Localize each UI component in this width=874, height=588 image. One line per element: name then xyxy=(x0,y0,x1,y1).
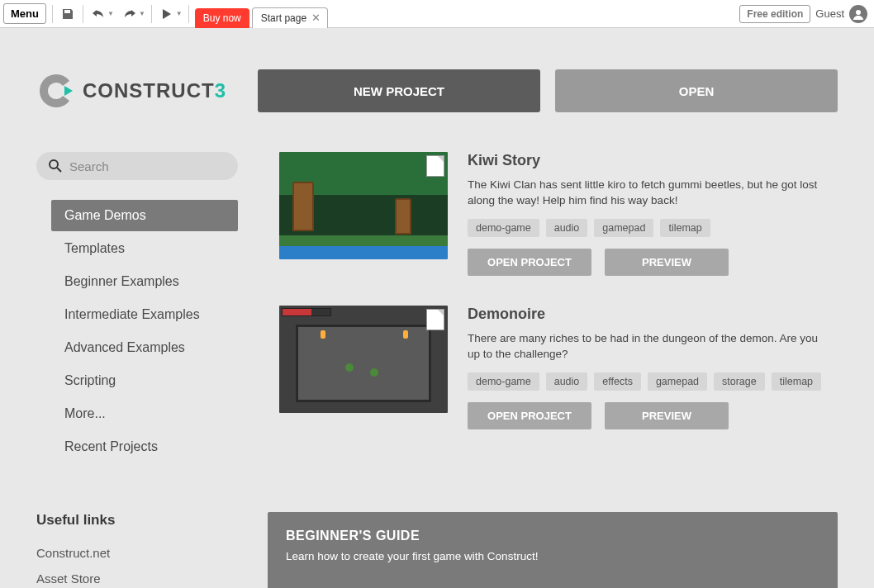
undo-icon xyxy=(92,8,105,20)
save-icon xyxy=(61,7,74,21)
tag[interactable]: audio xyxy=(546,372,588,391)
search-icon xyxy=(48,159,63,173)
preview-button[interactable]: PREVIEW xyxy=(605,249,729,276)
project-thumbnail[interactable] xyxy=(279,306,448,413)
separator xyxy=(188,5,189,23)
redo-icon xyxy=(123,8,136,20)
separator xyxy=(52,5,53,23)
logo: CONSTRUCT3 xyxy=(36,71,243,111)
separator xyxy=(151,5,152,23)
useful-links-heading: Useful links xyxy=(36,512,226,529)
link-construct-net[interactable]: Construct.net xyxy=(36,540,226,566)
document-icon xyxy=(426,155,444,177)
chevron-down-icon[interactable]: ▼ xyxy=(139,10,145,17)
svg-line-2 xyxy=(57,168,61,172)
project-list[interactable]: Kiwi Story The Kiwi Clan has sent little… xyxy=(279,152,838,482)
sidebar-item-recent-projects[interactable]: Recent Projects xyxy=(51,431,238,462)
tag[interactable]: storage xyxy=(714,372,765,391)
tag[interactable]: tilemap xyxy=(772,372,821,391)
open-button[interactable]: OPEN xyxy=(555,69,838,112)
tag[interactable]: demo-game xyxy=(468,372,539,391)
tag-list: demo-game audio gamepad tilemap xyxy=(468,219,831,237)
header-row: CONSTRUCT3 NEW PROJECT OPEN xyxy=(36,69,838,112)
sidebar-item-intermediate-examples[interactable]: Intermediate Examples xyxy=(51,299,238,330)
sidebar-item-scripting[interactable]: Scripting xyxy=(51,365,238,396)
tag[interactable]: effects xyxy=(594,372,641,391)
topbar: Menu ▼ ▼ ▼ Buy now Start page ✕ Free edi… xyxy=(0,0,874,28)
tag[interactable]: tilemap xyxy=(660,219,710,237)
guide-title: BEGINNER'S GUIDE xyxy=(286,529,819,543)
menu-button[interactable]: Menu xyxy=(3,3,46,24)
project-card: Kiwi Story The Kiwi Clan has sent little… xyxy=(279,152,831,276)
svg-point-1 xyxy=(50,160,58,168)
tag-list: demo-game audio effects gamepad storage … xyxy=(468,372,831,391)
open-project-button[interactable]: OPEN PROJECT xyxy=(468,402,591,429)
tag[interactable]: gamepad xyxy=(648,372,707,391)
open-project-button[interactable]: OPEN PROJECT xyxy=(468,249,591,276)
logo-text: CONSTRUCT3 xyxy=(83,79,226,102)
new-project-button[interactable]: NEW PROJECT xyxy=(258,69,540,112)
sidebar: Game Demos Templates Beginner Examples I… xyxy=(36,152,238,482)
close-icon[interactable]: ✕ xyxy=(311,12,321,24)
save-button[interactable] xyxy=(55,2,80,26)
guide-description: Learn how to create your first game with… xyxy=(286,550,819,562)
user-icon xyxy=(853,8,864,20)
tag[interactable]: gamepad xyxy=(594,219,653,237)
chevron-down-icon[interactable]: ▼ xyxy=(176,10,183,17)
user-avatar-button[interactable] xyxy=(849,5,867,23)
main-content[interactable]: CONSTRUCT3 NEW PROJECT OPEN Game Demos T… xyxy=(0,28,874,588)
project-thumbnail[interactable] xyxy=(279,152,448,259)
project-card: Demonoire There are many riches to be ha… xyxy=(279,306,831,429)
free-edition-badge[interactable]: Free edition xyxy=(739,5,810,23)
nav-list: Game Demos Templates Beginner Examples I… xyxy=(36,200,238,462)
tab-start-page[interactable]: Start page ✕ xyxy=(252,7,328,28)
useful-links: Useful links Construct.net Asset Store xyxy=(36,512,226,588)
sidebar-item-game-demos[interactable]: Game Demos xyxy=(51,200,238,231)
preview-button[interactable]: PREVIEW xyxy=(605,402,729,429)
construct-logo-icon xyxy=(36,71,76,111)
search-box[interactable] xyxy=(36,152,238,180)
project-description: The Kiwi Clan has sent little kiro to fe… xyxy=(468,178,831,209)
beginners-guide-card[interactable]: BEGINNER'S GUIDE Learn how to create you… xyxy=(268,512,838,588)
sidebar-item-templates[interactable]: Templates xyxy=(51,233,238,264)
play-icon xyxy=(162,8,172,20)
sidebar-item-more[interactable]: More... xyxy=(51,398,238,429)
tag[interactable]: demo-game xyxy=(468,219,539,237)
document-icon xyxy=(426,309,444,330)
link-asset-store[interactable]: Asset Store xyxy=(36,566,226,588)
sidebar-item-beginner-examples[interactable]: Beginner Examples xyxy=(51,266,238,297)
separator xyxy=(83,5,83,23)
project-description: There are many riches to be had in the d… xyxy=(468,331,831,363)
user-label: Guest xyxy=(815,7,844,20)
project-title: Demonoire xyxy=(468,306,831,323)
project-title: Kiwi Story xyxy=(468,152,831,169)
chevron-down-icon[interactable]: ▼ xyxy=(107,10,114,17)
svg-point-0 xyxy=(856,10,861,15)
sidebar-item-advanced-examples[interactable]: Advanced Examples xyxy=(51,332,238,363)
buy-now-button[interactable]: Buy now xyxy=(195,8,249,28)
tab-label: Start page xyxy=(261,12,306,24)
search-input[interactable] xyxy=(69,159,226,173)
tag[interactable]: audio xyxy=(546,219,588,237)
